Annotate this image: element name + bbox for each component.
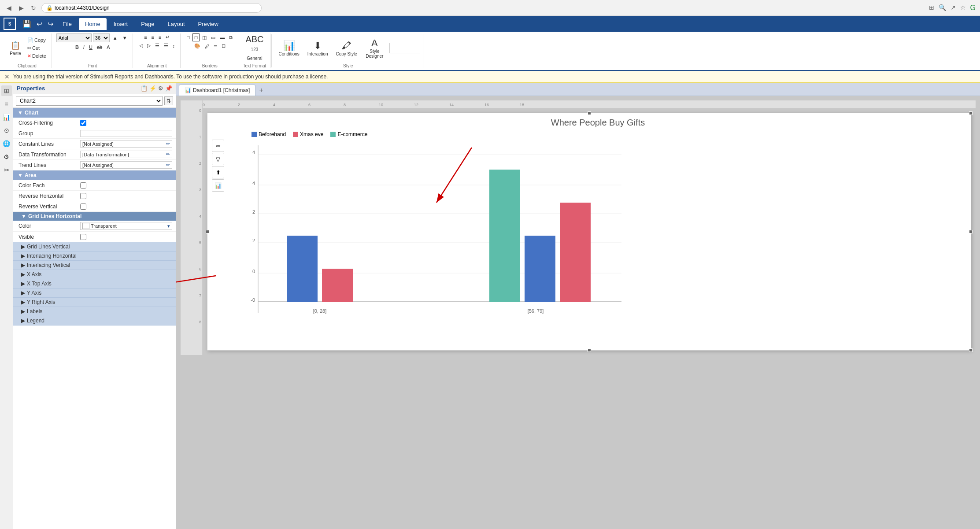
- copy-button[interactable]: 📄 Copy: [26, 37, 48, 44]
- x-axis-section[interactable]: ▶ X Axis: [13, 270, 176, 279]
- forward-button[interactable]: ▶: [17, 4, 26, 12]
- fill-color-button[interactable]: 🎨: [192, 42, 202, 50]
- trial-close-button[interactable]: ✕: [4, 73, 10, 80]
- cross-filtering-checkbox[interactable]: [80, 120, 86, 126]
- font-color-button[interactable]: A: [105, 44, 111, 51]
- align-left-button[interactable]: ≡: [142, 33, 148, 41]
- prop-settings-button[interactable]: ⚙: [158, 85, 163, 92]
- quick-undo-button[interactable]: ↩: [34, 19, 44, 29]
- paste-button[interactable]: 📋 Paste: [6, 39, 25, 57]
- chart-tool-upload[interactable]: ⬆: [212, 166, 224, 178]
- legend-section[interactable]: ▶ Legend: [13, 316, 176, 326]
- prop-copy-button[interactable]: 📋: [141, 85, 148, 92]
- prop-lightning-button[interactable]: ⚡: [149, 85, 156, 92]
- tab-home[interactable]: Home: [79, 18, 107, 30]
- align-center-button[interactable]: ≡: [150, 33, 156, 41]
- cut-button[interactable]: ✂ Cut: [26, 44, 48, 52]
- interaction-button[interactable]: ⬇ Interaction: [305, 39, 331, 58]
- chart-tool-filter[interactable]: ▽: [212, 153, 224, 165]
- conditions-button[interactable]: 📊 Conditions: [276, 39, 302, 58]
- style-auto-dropdown[interactable]: Auto ▾: [389, 43, 420, 53]
- data-transformation-edit-button[interactable]: ✏: [166, 152, 170, 157]
- grid-lines-h-section-header[interactable]: ▼ Grid Lines Horizontal: [13, 212, 176, 221]
- resize-handle-left[interactable]: [206, 230, 209, 233]
- sort-button[interactable]: ⇅: [164, 96, 173, 105]
- tab-preview[interactable]: Preview: [192, 18, 225, 30]
- tab-add-button[interactable]: +: [256, 85, 266, 95]
- border-style-button[interactable]: ━: [212, 42, 219, 50]
- number-list-button[interactable]: ☰: [162, 42, 170, 49]
- sidebar-icon-preview[interactable]: ⊙: [1, 125, 12, 136]
- grid-lines-v-section[interactable]: ▶ Grid Lines Vertical: [13, 242, 176, 252]
- expand-icon[interactable]: ⧉: [227, 33, 234, 41]
- chart-tool-pencil[interactable]: ✏: [212, 140, 224, 152]
- border-btn-1[interactable]: □: [185, 33, 192, 41]
- resize-handle-bottom-right[interactable]: [969, 348, 973, 352]
- underline-button[interactable]: U: [87, 44, 94, 51]
- border-btn-4[interactable]: ▭: [209, 33, 217, 41]
- component-select[interactable]: Chart2: [16, 96, 163, 106]
- design-tab-dashboard[interactable]: 📊 Dashboard1 [Christmas]: [179, 85, 255, 96]
- indent-left-button[interactable]: ◁: [137, 42, 144, 49]
- sidebar-icon-data[interactable]: 📊: [1, 112, 12, 122]
- text-format-button[interactable]: ABC123General: [243, 33, 266, 63]
- tab-page[interactable]: Page: [135, 18, 160, 30]
- wrap-text-button[interactable]: ↵: [164, 33, 171, 41]
- resize-handle-top-right[interactable]: [969, 111, 973, 115]
- font-size-up-button[interactable]: ▲: [111, 34, 119, 41]
- align-right-button[interactable]: ≡: [157, 33, 163, 41]
- sidebar-icon-properties[interactable]: ⊞: [1, 85, 12, 96]
- sidebar-icon-web[interactable]: 🌐: [1, 138, 12, 149]
- resize-handle-top[interactable]: [588, 111, 591, 115]
- list-button[interactable]: ☰: [153, 42, 161, 49]
- color-each-checkbox[interactable]: [80, 182, 86, 189]
- y-axis-section[interactable]: ▶ Y Axis: [13, 289, 176, 298]
- tab-file[interactable]: File: [56, 18, 78, 30]
- tab-layout[interactable]: Layout: [162, 18, 191, 30]
- reverse-vertical-checkbox[interactable]: [80, 203, 86, 210]
- refresh-button[interactable]: ↻: [29, 4, 38, 12]
- y-right-axis-section[interactable]: ▶ Y Right Axis: [13, 298, 176, 307]
- labels-section[interactable]: ▶ Labels: [13, 307, 176, 316]
- font-size-down-button[interactable]: ▼: [121, 34, 129, 41]
- interlacing-v-section[interactable]: ▶ Interlacing Vertical: [13, 261, 176, 270]
- constant-lines-edit-button[interactable]: ✏: [166, 141, 170, 147]
- back-button[interactable]: ◀: [4, 4, 13, 12]
- sidebar-icon-layers[interactable]: ≡: [1, 99, 12, 109]
- reverse-horizontal-checkbox[interactable]: [80, 193, 86, 199]
- color-dropdown-btn[interactable]: ▾: [167, 223, 170, 229]
- group-input[interactable]: [80, 130, 172, 137]
- font-name-select[interactable]: Arial: [56, 33, 92, 42]
- bold-button[interactable]: B: [74, 44, 81, 51]
- border-btn-2[interactable]: □: [192, 33, 200, 41]
- style-designer-button[interactable]: A StyleDesigner: [362, 36, 387, 60]
- copy-style-button[interactable]: 🖍 Copy Style: [333, 39, 359, 58]
- delete-button[interactable]: ✕ Delete: [26, 52, 48, 60]
- border-color-button[interactable]: 🖊: [203, 42, 211, 50]
- resize-handle-right[interactable]: [969, 230, 973, 233]
- border-expand-button[interactable]: ⊟: [220, 42, 227, 50]
- resize-handle-bottom[interactable]: [588, 348, 591, 352]
- strikethrough-button[interactable]: ab: [95, 44, 104, 51]
- spacing-button[interactable]: ↕: [171, 42, 177, 49]
- quick-save-button[interactable]: 💾: [20, 19, 33, 29]
- font-size-select[interactable]: 36: [93, 33, 110, 42]
- prop-pin-button[interactable]: 📌: [165, 85, 172, 92]
- address-bar[interactable]: 🔒 localhost:44301/Design: [41, 3, 262, 13]
- border-btn-3[interactable]: ◫: [200, 33, 208, 41]
- sidebar-icon-tools[interactable]: ✂: [1, 165, 12, 175]
- x-top-axis-section[interactable]: ▶ X Top Axis: [13, 279, 176, 289]
- border-btn-5[interactable]: ▬: [218, 33, 226, 41]
- sidebar-icon-settings[interactable]: ⚙: [1, 152, 12, 162]
- tab-insert[interactable]: Insert: [107, 18, 134, 30]
- italic-button[interactable]: I: [81, 44, 86, 51]
- area-section-header[interactable]: ▼ Area: [13, 170, 176, 180]
- indent-right-button[interactable]: ▷: [145, 42, 152, 49]
- trend-lines-edit-button[interactable]: ✏: [166, 162, 170, 168]
- visible-checkbox[interactable]: [80, 234, 86, 240]
- interlacing-h-section[interactable]: ▶ Interlacing Horizontal: [13, 252, 176, 261]
- chart-section-header[interactable]: ▼ Chart: [13, 108, 176, 118]
- chart-tool-chart[interactable]: 📊: [212, 179, 224, 192]
- quick-redo-button[interactable]: ↪: [45, 19, 55, 29]
- canvas-area[interactable]: 0 2 4 6 8 10 12 14 16 18 0 1 2: [176, 96, 980, 529]
